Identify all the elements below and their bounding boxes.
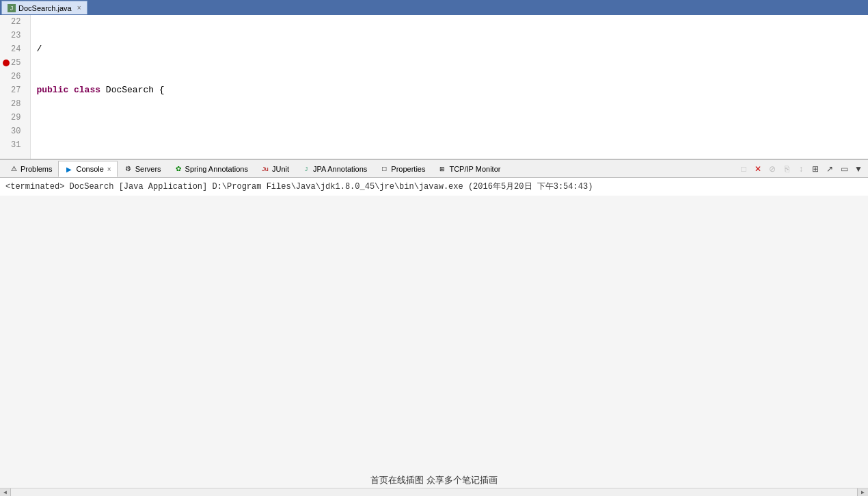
tab-jpa-label: JPA Annotations (313, 165, 367, 173)
tab-properties-label: Properties (391, 165, 425, 173)
servers-icon: ⚙ (124, 164, 133, 174)
line-num-27: 27 (3, 83, 25, 97)
tab-servers-label: Servers (135, 165, 161, 173)
tab-spring-annotations[interactable]: ✿ Spring Annotations (167, 161, 254, 177)
jpa-icon: J (301, 164, 311, 174)
tab-console[interactable]: ▶ Console × (58, 161, 117, 177)
terminate-button[interactable]: ✕ (751, 162, 765, 176)
line-num-29: 29 (3, 111, 25, 125)
scroll-lock-button[interactable]: ↕ (794, 162, 808, 176)
bottom-status-text: 首页在线插图 众享多个笔记插画 (370, 474, 498, 486)
code-line-22: / (33, 42, 865, 56)
tab-properties[interactable]: □ Properties (373, 161, 431, 177)
code-text[interactable]: / public class DocSearch { public static… (31, 15, 868, 159)
line-num-30: 30 (3, 125, 25, 138)
console-output: <terminated> DocSearch [Java Application… (0, 178, 868, 196)
code-editor[interactable]: 22 23 24 25 26 27 28 29 30 31 / public c… (0, 15, 868, 159)
tab-tcpip-label: TCP/IP Monitor (449, 165, 500, 173)
code-line-23: public class DocSearch { (33, 83, 865, 97)
tab-junit-label: JUnit (272, 165, 289, 173)
pin-console-button[interactable]: ▭ (837, 162, 851, 176)
scroll-left-button[interactable]: ◀ (0, 488, 11, 497)
tab-junit[interactable]: Ju JUnit (254, 161, 295, 177)
tab-close-button[interactable]: × (77, 4, 81, 12)
line-num-23: 23 (3, 29, 25, 42)
scroll-track[interactable] (11, 488, 857, 497)
java-file-icon: J (8, 4, 16, 12)
console-toolbar: □ ✕ ⊘ ⎘ ↕ ⊞ ↗ ▭ ▼ (737, 160, 868, 178)
console-output-text: <terminated> DocSearch [Java Application… (5, 182, 593, 192)
console-view-menu-button[interactable]: ▼ (852, 162, 865, 176)
tcpip-icon: ⊞ (437, 164, 447, 174)
editor-container: J DocSearch.java × 22 23 24 25 26 27 28 … (0, 0, 868, 159)
junit-icon: Ju (260, 164, 270, 174)
tab-servers[interactable]: ⚙ Servers (118, 161, 167, 177)
line-num-25: 25 (3, 56, 25, 70)
spring-icon: ✿ (174, 164, 183, 174)
editor-tab-docsearch[interactable]: J DocSearch.java × (1, 1, 87, 14)
console-tab-bar-wrapper: ⚠ Problems ▶ Console × ⚙ Servers ✿ Sprin… (0, 160, 868, 178)
code-lines-container: 22 23 24 25 26 27 28 29 30 31 / public c… (0, 15, 868, 159)
line-num-22: 22 (3, 15, 25, 29)
line-numbers-gutter: 22 23 24 25 26 27 28 29 30 31 (0, 15, 31, 159)
code-line-24 (33, 125, 865, 138)
properties-icon: □ (379, 164, 389, 174)
console-icon: ▶ (64, 164, 74, 174)
breakpoint-indicator (3, 60, 10, 66)
console-tab-bar: ⚠ Problems ▶ Console × ⚙ Servers ✿ Sprin… (0, 160, 868, 178)
problems-icon: ⚠ (9, 164, 18, 174)
line-num-26: 26 (3, 70, 25, 83)
tab-problems-label: Problems (21, 165, 52, 173)
tab-filename: DocSearch.java (18, 4, 72, 12)
tab-spring-label: Spring Annotations (185, 165, 248, 173)
line-num-24: 24 (3, 42, 25, 56)
tab-console-label: Console (76, 165, 103, 173)
tab-tcpip-monitor[interactable]: ⊞ TCP/IP Monitor (431, 161, 506, 177)
console-panel: ⚠ Problems ▶ Console × ⚙ Servers ✿ Sprin… (0, 159, 868, 196)
tab-jpa-annotations[interactable]: J JPA Annotations (295, 161, 373, 177)
open-console-button[interactable]: ↗ (823, 162, 837, 176)
clear-console-button[interactable]: □ (737, 162, 750, 176)
scroll-right-button[interactable]: ▶ (857, 488, 868, 497)
word-wrap-button[interactable]: ⊞ (809, 162, 822, 176)
line-num-31: 31 (3, 138, 25, 152)
tab-problems[interactable]: ⚠ Problems (3, 161, 58, 177)
editor-tab-bar: J DocSearch.java × (0, 0, 868, 15)
console-tab-close-button[interactable]: × (107, 166, 111, 173)
bottom-scrollbar[interactable]: ◀ ▶ (0, 488, 868, 496)
remove-launch-button[interactable]: ⊘ (765, 162, 779, 176)
line-num-28: 28 (3, 97, 25, 111)
copy-button[interactable]: ⎘ (780, 162, 794, 176)
